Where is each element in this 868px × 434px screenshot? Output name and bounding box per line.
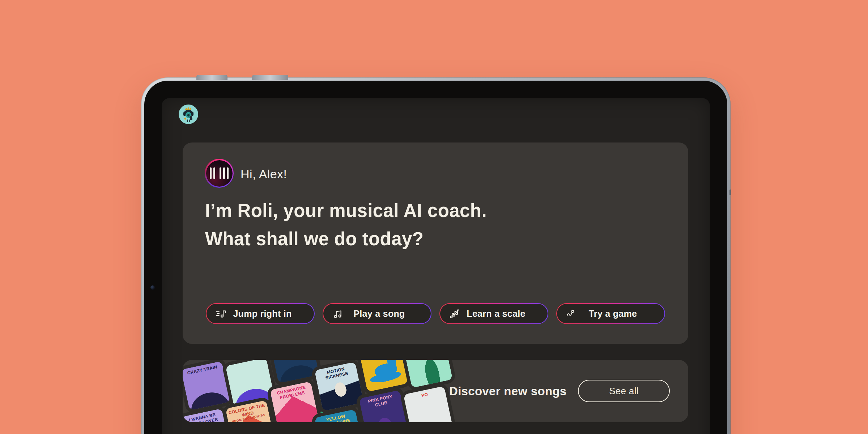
scene-background: 35 xyxy=(0,0,868,434)
quick-action-jump-button[interactable]: Jump right in xyxy=(206,303,315,324)
song-tile-title: I WANNA BE YOUR LOVER xyxy=(183,408,224,422)
quick-action-label: Play a song xyxy=(344,309,422,319)
front-camera-icon xyxy=(150,285,155,290)
song-tile-title: PINK PONY CLUB xyxy=(359,390,402,411)
song-tile-title: CRAZY TRAIN xyxy=(183,361,223,377)
quick-action-scale-button[interactable]: Learn a scale xyxy=(439,303,548,324)
song-tile-colors-of-the-wind[interactable]: COLORS OF THE WINDFROM POCAHONTAS xyxy=(225,400,275,422)
greeting-headline: I’m Roli, your musical AI coach. What sh… xyxy=(205,197,487,253)
quick-action-game-button[interactable]: Try a game xyxy=(556,303,665,324)
avatar-creature-icon xyxy=(179,105,198,124)
quick-actions-row: Jump right inPlay a songLearn a scaleTry… xyxy=(206,303,665,324)
song-tile-untitled[interactable] xyxy=(403,360,452,388)
song-tile-motion-sickness[interactable]: MOTION SICKNESS xyxy=(314,362,363,411)
headline-line-2: What shall we do today? xyxy=(205,229,424,249)
quick-action-song-button[interactable]: Play a song xyxy=(323,303,431,324)
song-tile-title: CHAMPAGNE PROBLEMS xyxy=(270,381,313,402)
quick-action-label: Learn a scale xyxy=(460,309,539,319)
see-all-button[interactable]: See all xyxy=(578,380,670,402)
song-tile-untitled[interactable] xyxy=(359,360,408,392)
greeting-salutation: Hi, Alex! xyxy=(241,167,287,181)
volume-button-2 xyxy=(252,75,288,80)
app-screen: 35 xyxy=(162,98,710,434)
song-tile-title: MOTION SICKNESS xyxy=(314,362,358,383)
song-tile-untitled[interactable] xyxy=(225,360,275,407)
discover-section: THEMECRAZY TRAINCHAMPAGNE PROBLEMSMOTION… xyxy=(183,360,688,422)
quick-action-label: Jump right in xyxy=(227,309,305,319)
greeting-card: Hi, Alex! I’m Roli, your musical AI coac… xyxy=(183,142,688,344)
discover-title: Discover new songs xyxy=(449,384,567,398)
headline-line-1: I’m Roli, your musical AI coach. xyxy=(205,200,487,221)
squiggle-path-icon xyxy=(566,308,577,319)
roli-coach-avatar xyxy=(205,159,234,188)
quick-action-label: Try a game xyxy=(577,309,656,319)
song-tile-subtitle: FROM POCAHONTAS xyxy=(230,413,268,422)
roli-avatar-bars xyxy=(206,160,233,187)
song-tile-i-wanna-be-your-lover[interactable]: I WANNA BE YOUR LOVER xyxy=(183,408,230,422)
song-tile-title: PO xyxy=(403,386,446,402)
song-tile-po[interactable]: PO xyxy=(403,386,452,422)
beamed-note-icon xyxy=(332,308,344,319)
tablet-device: 35 xyxy=(141,77,731,434)
tablet-bezel: 35 xyxy=(144,81,727,434)
song-tile-untitled[interactable] xyxy=(270,360,319,383)
ascending-notes-icon xyxy=(449,308,460,319)
jump-note-icon xyxy=(215,308,227,319)
song-tile-pink-pony-club[interactable]: PINK PONY CLUB xyxy=(359,390,408,422)
song-tile-champagne-problems[interactable]: CHAMPAGNE PROBLEMS xyxy=(270,381,319,422)
volume-button-1 xyxy=(196,75,227,80)
side-notch xyxy=(729,190,731,195)
song-tile-crazy-train[interactable]: CRAZY TRAIN xyxy=(183,361,230,410)
user-avatar[interactable] xyxy=(179,105,198,124)
